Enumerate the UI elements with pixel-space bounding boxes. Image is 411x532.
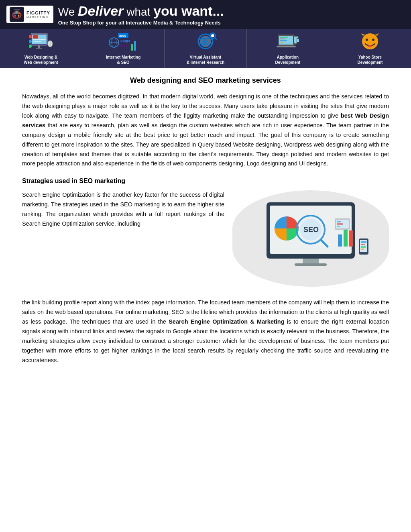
seo-heading: Strategies used in SEO marketing bbox=[22, 177, 389, 185]
svg-rect-30 bbox=[134, 41, 136, 51]
page-title: Web designing and SEO marketing services bbox=[22, 76, 389, 85]
svg-text:msn: msn bbox=[119, 34, 126, 38]
logo-name: FIGGITTY bbox=[26, 10, 50, 15]
main-content: Web designing and SEO marketing services… bbox=[0, 68, 411, 377]
svg-rect-43 bbox=[280, 42, 285, 43]
seo-image-float: SEO bbox=[232, 190, 389, 287]
tagline-deliver: Deliver bbox=[78, 3, 123, 18]
nav-label-app-dev: ApplicationDevelopment bbox=[275, 55, 301, 65]
svg-point-52 bbox=[372, 39, 374, 41]
svg-point-5 bbox=[18, 13, 20, 14]
seo-image-container: SEO bbox=[232, 190, 389, 287]
intro-text-1: Nowadays, all of the world becomes digit… bbox=[22, 93, 389, 119]
svg-rect-71 bbox=[337, 223, 343, 225]
svg-rect-65 bbox=[338, 234, 342, 247]
virtual-assistant-icon-area: e bbox=[193, 32, 218, 53]
logo-icon bbox=[10, 7, 24, 22]
tagline-subtitle: One Stop Shop for your all Interactive M… bbox=[58, 20, 405, 26]
title-text: Web designing and SEO marketing services bbox=[130, 76, 281, 84]
svg-point-3 bbox=[14, 13, 16, 14]
nav-item-internet-marketing[interactable]: msn Google Yahoo! Internet Marketing& SE… bbox=[82, 29, 165, 68]
logo-box: FIGGITTY MARKETING bbox=[6, 6, 53, 23]
logo-text-block: FIGGITTY MARKETING bbox=[26, 10, 50, 18]
nav-item-virtual-assistant[interactable]: e Virtual Assistant& Internet Research bbox=[165, 29, 247, 68]
svg-rect-40 bbox=[280, 37, 288, 38]
svg-point-7 bbox=[14, 15, 16, 16]
seo-section: SEO bbox=[22, 190, 389, 291]
svg-rect-59 bbox=[295, 263, 327, 266]
nav-label-virtual-assistant: Virtual Assistant& Internet Research bbox=[187, 55, 224, 65]
nav-item-web-design[interactable]: Web Designing &Web development bbox=[0, 29, 82, 68]
seo-diagram-svg: SEO bbox=[242, 198, 379, 279]
svg-rect-76 bbox=[361, 244, 365, 245]
svg-rect-42 bbox=[280, 40, 287, 41]
svg-rect-15 bbox=[38, 45, 40, 48]
svg-rect-9 bbox=[14, 10, 20, 10]
header-banner: FIGGITTY MARKETING We Deliver what you w… bbox=[0, 0, 411, 29]
svg-rect-12 bbox=[33, 35, 38, 39]
web-design-icon bbox=[29, 33, 53, 53]
nav-label-yahoo-store: Yahoo StoreDevelopment bbox=[358, 55, 383, 65]
seo-para3: is to ensure the right external location… bbox=[22, 318, 389, 363]
svg-rect-77 bbox=[361, 246, 366, 248]
svg-text:SEO: SEO bbox=[303, 226, 319, 234]
header-tagline: We Deliver what you want... One Stop Sho… bbox=[58, 3, 405, 26]
svg-rect-14 bbox=[33, 41, 41, 42]
svg-text:Yahoo!: Yahoo! bbox=[119, 44, 130, 47]
svg-point-6 bbox=[18, 15, 19, 16]
bold-seo2: Search Engine Optimization & Marketing bbox=[169, 318, 284, 325]
svg-point-53 bbox=[368, 45, 372, 47]
app-dev-icon-area bbox=[276, 32, 300, 53]
svg-text:Google: Google bbox=[120, 39, 130, 43]
svg-rect-78 bbox=[361, 249, 364, 250]
tagline-pre: We bbox=[58, 6, 78, 18]
svg-text:e: e bbox=[203, 37, 207, 45]
svg-rect-70 bbox=[337, 221, 341, 222]
svg-rect-75 bbox=[361, 241, 366, 243]
nav-item-yahoo-store[interactable]: Yahoo StoreDevelopment bbox=[329, 29, 411, 68]
intro-paragraph: Nowadays, all of the world becomes digit… bbox=[22, 92, 389, 169]
svg-marker-55 bbox=[375, 33, 379, 36]
svg-rect-16 bbox=[36, 48, 42, 49]
virtual-assistant-icon: e bbox=[193, 33, 218, 53]
seo-para1b: including bbox=[116, 220, 140, 227]
svg-rect-49 bbox=[297, 39, 299, 42]
svg-point-36 bbox=[211, 34, 214, 37]
svg-point-51 bbox=[366, 39, 368, 41]
logo-subtitle: MARKETING bbox=[26, 16, 50, 18]
nav-item-app-dev[interactable]: ApplicationDevelopment bbox=[247, 29, 329, 68]
nav-label-web-design: Web Designing &Web development bbox=[24, 55, 58, 65]
svg-rect-58 bbox=[303, 259, 319, 263]
tagline-line1: We Deliver what you want... bbox=[58, 3, 405, 19]
yahoo-store-icon-area bbox=[358, 32, 382, 53]
svg-rect-13 bbox=[33, 39, 46, 40]
nav-label-internet-marketing: Internet Marketing& SEO bbox=[106, 55, 141, 65]
svg-rect-29 bbox=[131, 44, 133, 51]
internet-marketing-icon: msn Google Yahoo! bbox=[109, 32, 137, 53]
web-design-icon-area bbox=[29, 32, 53, 53]
seo-full-text: the link building profile report along w… bbox=[22, 298, 389, 365]
nav-bar: Web Designing &Web development msn Googl… bbox=[0, 29, 411, 68]
svg-rect-44 bbox=[277, 46, 296, 47]
internet-marketing-icon-area: msn Google Yahoo! bbox=[109, 32, 137, 53]
svg-rect-8 bbox=[15, 11, 18, 13]
svg-marker-54 bbox=[361, 33, 365, 36]
bold-seo1: Search Engine Optimization service, bbox=[22, 220, 116, 227]
yahoo-store-icon bbox=[358, 33, 382, 53]
intro-text-2: that are easy to research, plan as well … bbox=[22, 122, 389, 167]
app-dev-icon bbox=[276, 33, 300, 53]
tagline-end: you want... bbox=[153, 3, 224, 18]
svg-line-35 bbox=[215, 38, 217, 40]
tagline-mid: what bbox=[123, 6, 153, 18]
seo-para1: Search Engine Optimization is the anothe… bbox=[22, 192, 224, 217]
svg-rect-41 bbox=[280, 39, 285, 39]
svg-point-47 bbox=[295, 43, 297, 45]
svg-rect-72 bbox=[337, 226, 340, 227]
svg-rect-67 bbox=[349, 230, 353, 247]
